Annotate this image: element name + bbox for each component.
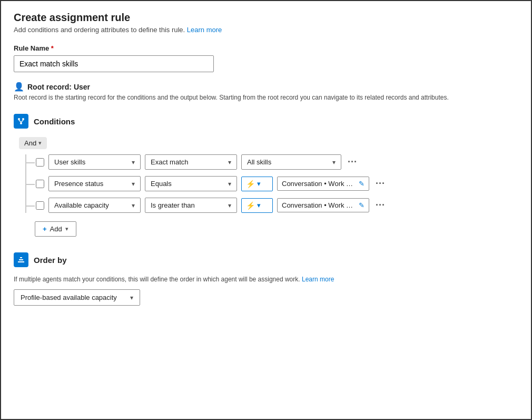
operator-chevron-icon-2: ▾ bbox=[228, 180, 231, 188]
lightning-chevron-icon-2: ▾ bbox=[257, 180, 261, 188]
condition-value-display-2: Conversation • Work Stream • All... ✎ bbox=[277, 177, 369, 191]
page-subtitle: Add conditions and ordering attributes t… bbox=[14, 26, 518, 34]
conditions-container: And ▾ User skills ▾ Exact match ▾ All sk… bbox=[19, 137, 518, 237]
order-by-title: Order by bbox=[34, 256, 67, 265]
and-operator[interactable]: And ▾ bbox=[19, 137, 47, 149]
condition-operator-dropdown-3[interactable]: Is greater than ▾ bbox=[145, 198, 237, 213]
svg-line-4 bbox=[21, 120, 23, 122]
svg-line-3 bbox=[19, 120, 21, 122]
operator-chevron-icon-1: ▾ bbox=[228, 159, 231, 166]
edit-icon-2[interactable]: ✎ bbox=[359, 180, 364, 188]
order-by-learn-more-link[interactable]: Learn more bbox=[302, 276, 334, 283]
order-by-icon bbox=[14, 252, 28, 267]
add-button[interactable]: + Add ▾ bbox=[35, 221, 76, 237]
svg-rect-7 bbox=[20, 257, 22, 258]
condition-checkbox-1[interactable] bbox=[36, 158, 44, 167]
condition-row: Available capacity ▾ Is greater than ▾ ⚡… bbox=[25, 198, 518, 213]
field-chevron-icon-1: ▾ bbox=[132, 159, 135, 166]
user-icon: 👤 bbox=[14, 82, 24, 92]
and-chevron-icon: ▾ bbox=[38, 140, 42, 146]
order-by-dropdown[interactable]: Profile-based available capacity ▾ bbox=[14, 289, 140, 306]
order-by-chevron-icon: ▾ bbox=[130, 294, 133, 301]
condition-checkbox-2[interactable] bbox=[36, 180, 44, 188]
lightning-icon-2: ⚡ bbox=[246, 180, 255, 188]
svg-rect-6 bbox=[19, 259, 23, 260]
conditions-section-header: Conditions bbox=[14, 114, 518, 129]
rule-name-label: Rule Name * bbox=[14, 44, 518, 52]
root-record: 👤 Root record: User bbox=[14, 82, 518, 92]
page-title: Create assignment rule bbox=[14, 12, 518, 24]
lightning-chevron-icon-3: ▾ bbox=[257, 201, 261, 209]
order-by-header: Order by bbox=[14, 252, 518, 267]
field-chevron-icon-2: ▾ bbox=[132, 180, 135, 188]
condition-row: Presence status ▾ Equals ▾ ⚡ ▾ Conversat… bbox=[25, 176, 518, 191]
conditions-title: Conditions bbox=[34, 117, 75, 126]
condition-field-dropdown-3[interactable]: Available capacity ▾ bbox=[48, 198, 141, 213]
more-options-1[interactable]: ··· bbox=[346, 155, 359, 169]
condition-lightning-btn-3[interactable]: ⚡ ▾ bbox=[241, 198, 273, 213]
svg-point-0 bbox=[18, 118, 20, 120]
more-options-3[interactable]: ··· bbox=[373, 199, 387, 212]
svg-point-1 bbox=[22, 118, 24, 120]
condition-operator-dropdown-1[interactable]: Exact match ▾ bbox=[145, 154, 237, 170]
rule-name-input[interactable] bbox=[14, 55, 214, 72]
order-by-section: Order by If multiple agents match your c… bbox=[14, 252, 518, 306]
condition-value-display-3: Conversation • Work Stream • Ca... ✎ bbox=[277, 198, 369, 212]
root-record-description: Root record is the starting record for t… bbox=[14, 94, 518, 101]
condition-value-dropdown-1[interactable]: All skills ▾ bbox=[241, 154, 341, 170]
condition-checkbox-3[interactable] bbox=[36, 201, 44, 210]
field-chevron-icon-3: ▾ bbox=[132, 202, 135, 209]
condition-field-dropdown-2[interactable]: Presence status ▾ bbox=[48, 176, 141, 191]
lightning-icon-3: ⚡ bbox=[246, 201, 255, 210]
condition-row: User skills ▾ Exact match ▾ All skills ▾… bbox=[25, 154, 518, 170]
conditions-icon bbox=[14, 114, 28, 129]
value-chevron-icon-1: ▾ bbox=[332, 159, 336, 166]
edit-icon-3[interactable]: ✎ bbox=[359, 201, 364, 209]
more-options-2[interactable]: ··· bbox=[373, 177, 387, 190]
operator-chevron-icon-3: ▾ bbox=[228, 202, 231, 209]
condition-field-dropdown-1[interactable]: User skills ▾ bbox=[48, 154, 141, 170]
condition-rows: User skills ▾ Exact match ▾ All skills ▾… bbox=[25, 154, 518, 213]
order-by-description: If multiple agents match your conditions… bbox=[14, 276, 518, 283]
plus-icon: + bbox=[43, 225, 47, 233]
svg-point-2 bbox=[20, 122, 22, 124]
condition-operator-dropdown-2[interactable]: Equals ▾ bbox=[145, 176, 237, 191]
condition-lightning-btn-2[interactable]: ⚡ ▾ bbox=[241, 177, 273, 191]
add-chevron-icon: ▾ bbox=[65, 226, 68, 232]
learn-more-link[interactable]: Learn more bbox=[187, 26, 222, 34]
